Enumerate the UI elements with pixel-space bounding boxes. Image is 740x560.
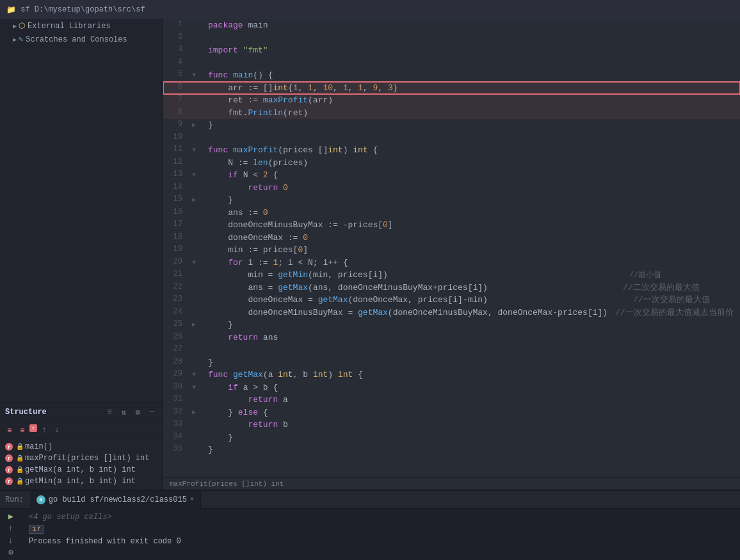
run-tab-bar: Run: G go build sf/newclass2/class015 ×: [0, 491, 740, 509]
scratches-label: Scratches and Consoles: [26, 35, 127, 44]
fold-arrow-15[interactable]: [192, 196, 196, 204]
code-container[interactable]: 1 package main 2 3 import "fmt": [163, 19, 740, 477]
chevron-icon: ▶: [13, 22, 17, 30]
output-line-1: <4 go setup calls>: [29, 511, 734, 524]
run-content: ▶ ↑ ↓ ⚙ <4 go setup calls> 17 Process fi…: [0, 509, 740, 560]
func-icon-main: [5, 443, 13, 451]
fold-arrow-20[interactable]: [192, 259, 196, 266]
titlebar: 📁 sf D:\mysetup\gopath\src\sf: [0, 0, 740, 19]
code-lines: 1 package main 2 3 import "fmt": [163, 19, 740, 456]
struct-label-maxprofit: maxProfit(prices []int) int: [25, 454, 149, 463]
struct-item-getmin[interactable]: 🔒 getMin(a int, b int) int: [0, 476, 163, 487]
code-line-23: 23 doneOnceMax = getMax(doneOnceMax, pri…: [163, 294, 740, 307]
sidebar-item-scratches[interactable]: ▶ ✎ Scratches and Consoles: [0, 33, 163, 46]
filter-btn-5[interactable]: ↓: [51, 424, 63, 436]
folder-icon: 📁: [6, 5, 16, 15]
structure-panel: Structure ≡ ⇅ ⚙ − ⊕ ⊕ f ↑ ↓ 🔒: [0, 402, 163, 490]
run-sidebar: ▶ ↑ ↓ ⚙: [0, 509, 22, 560]
code-line-33: 33 return b: [163, 419, 740, 431]
code-line-12: 12 N := len(prices): [163, 157, 740, 170]
struct-item-getmax[interactable]: 🔒 getMax(a int, b int) int: [0, 464, 163, 476]
sort-order-button[interactable]: ⇅: [118, 406, 129, 418]
filter-btn-2[interactable]: ⊕: [17, 424, 28, 436]
chevron-icon-scratches: ▶: [13, 36, 17, 44]
output-number: 17: [29, 525, 44, 534]
code-line-10: 10: [163, 132, 740, 145]
code-line-2: 2: [163, 32, 740, 45]
structure-header: Structure ≡ ⇅ ⚙ −: [0, 403, 163, 422]
go-icon: G: [36, 495, 45, 504]
sort-alpha-button[interactable]: ≡: [104, 406, 115, 418]
code-line-35: 35 }: [163, 444, 740, 456]
run-tab[interactable]: G go build sf/newclass2/class015 ×: [30, 491, 201, 509]
run-output: <4 go setup calls> 17 Process finished w…: [22, 509, 740, 560]
sidebar-item-external-libraries[interactable]: ▶ ⬡ External Libraries: [0, 19, 163, 33]
code-line-4: 4: [163, 57, 740, 70]
structure-toolbar: ≡ ⇅ ⚙ −: [104, 406, 157, 418]
library-icon: ⬡: [19, 21, 25, 31]
struct-label-getmax: getMax(a int, b int) int: [25, 465, 136, 474]
lock-icon-main: 🔒: [16, 443, 24, 451]
run-play-button[interactable]: ▶: [4, 511, 18, 522]
code-line-32: 32 } else {: [163, 406, 740, 419]
structure-title: Structure: [5, 408, 104, 417]
code-line-11: 11 func maxProfit(prices []int) int {: [163, 144, 740, 157]
run-tab-close-button[interactable]: ×: [190, 496, 194, 503]
fold-arrow-30[interactable]: [192, 384, 196, 391]
code-line-30: 30 if a > b {: [163, 381, 740, 394]
filter-btn-4[interactable]: ↑: [38, 424, 50, 436]
code-line-21: 21 min = getMin(min, prices[i]) //最小值: [163, 269, 740, 282]
run-panel: Run: G go build sf/newclass2/class015 × …: [0, 490, 740, 560]
run-settings-button[interactable]: ⚙: [4, 547, 18, 557]
filter-btn-1[interactable]: ⊕: [4, 424, 15, 436]
code-line-26: 26 return ans: [163, 332, 740, 344]
code-line-8: 8 fmt.Println(ret): [163, 107, 740, 120]
code-line-16: 16 ans := 0: [163, 207, 740, 220]
code-line-27: 27: [163, 344, 740, 356]
run-tab-label: go build sf/newclass2/class015: [49, 495, 187, 504]
lock-icon-maxprofit: 🔒: [16, 454, 24, 462]
output-line-3: Process finished with exit code 0: [29, 536, 734, 548]
sidebar-top: ▶ ⬡ External Libraries ▶ ✎ Scratches and…: [0, 19, 163, 402]
code-line-15: 15 }: [163, 194, 740, 207]
lock-icon-getmin: 🔒: [16, 477, 24, 485]
struct-label-main: main(): [25, 442, 52, 451]
code-line-22: 22 ans = getMax(ans, doneOnceMinusBuyMax…: [163, 282, 740, 294]
close-structure-button[interactable]: −: [146, 406, 157, 418]
code-line-7: 7 ret := maxProfit(arr): [163, 94, 740, 107]
external-libraries-label: External Libraries: [28, 22, 111, 31]
lock-icon-getmax: 🔒: [16, 466, 24, 474]
code-line-20: 20 for i := 1; i < N; i++ {: [163, 257, 740, 269]
bottom-hint: maxProfit(prices []int) int: [163, 477, 740, 490]
code-line-29: 29 func getMax(a int, b int) int {: [163, 369, 740, 381]
code-line-14: 14 return 0: [163, 182, 740, 195]
struct-item-main[interactable]: 🔒 main(): [0, 441, 163, 452]
fold-arrow-9[interactable]: [192, 122, 196, 129]
code-line-24: 24 doneOnceMinusBuyMax = getMax(doneOnce…: [163, 307, 740, 319]
func-icon-getmin: [5, 477, 13, 485]
code-line-18: 18 doneOnceMax := 0: [163, 232, 740, 244]
code-line-6: 6 arr := []int{1, 1, 10, 1, 1, 9, 3}: [163, 82, 740, 95]
bottom-hint-text: maxProfit(prices []int) int: [170, 480, 284, 488]
editor-area: 1 package main 2 3 import "fmt": [163, 19, 740, 490]
fold-arrow-29[interactable]: [192, 371, 196, 378]
fold-arrow-11[interactable]: [192, 147, 196, 154]
fold-arrow-13[interactable]: [192, 172, 196, 179]
code-line-34: 34 }: [163, 431, 740, 444]
fold-arrow-25[interactable]: [192, 321, 196, 328]
code-line-13: 13 if N < 2 {: [163, 169, 740, 182]
func-icon-maxprofit: [5, 454, 13, 462]
struct-item-maxprofit[interactable]: 🔒 maxProfit(prices []int) int: [0, 452, 163, 464]
settings-button[interactable]: ⚙: [132, 406, 143, 418]
run-down-button[interactable]: ↓: [4, 536, 18, 546]
fold-arrow-32[interactable]: [192, 409, 196, 416]
structure-items: 🔒 main() 🔒 maxProfit(prices []int) int 🔒…: [0, 438, 163, 490]
fold-arrow-5[interactable]: [192, 72, 196, 79]
func-icon-getmax: [5, 466, 13, 474]
code-line-25: 25 }: [163, 319, 740, 332]
run-up-button[interactable]: ↑: [4, 524, 18, 534]
code-line-28: 28 }: [163, 356, 740, 369]
code-line-31: 31 return a: [163, 394, 740, 406]
code-line-9: 9 }: [163, 119, 740, 132]
filter-btn-3[interactable]: f: [29, 424, 37, 432]
